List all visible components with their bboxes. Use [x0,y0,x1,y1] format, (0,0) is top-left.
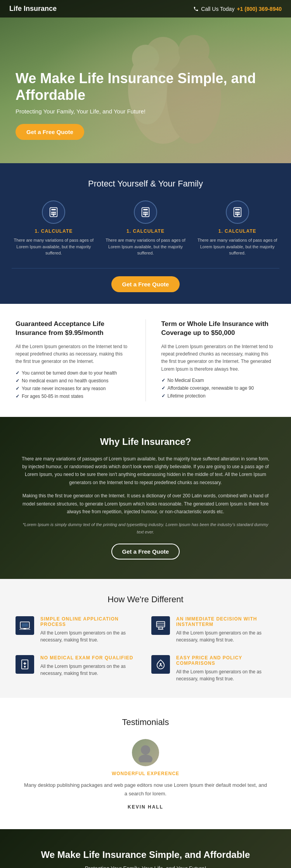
hero-cta-button[interactable]: Get a Free Quote [16,124,84,140]
different-item-4-title: EASY PRICE AND POLICY COMPARISONS [176,655,275,666]
svg-point-38 [141,745,150,755]
protect-section: Protect Yourself & Your Family 1. CALCUL… [0,163,291,304]
protect-cta-button[interactable]: Get a Free Quote [111,276,180,292]
feature-col-2-title: Term or Whole Life Insurance with Covera… [161,319,276,338]
why-body-2: Making this the first true generator on … [19,492,272,516]
different-title: How We're Different [16,594,275,605]
list-item: No Medical Exam [161,378,276,383]
svg-rect-20 [145,214,146,216]
why-cta-button[interactable]: Get a Free Quote [111,544,180,559]
svg-point-37 [160,663,162,665]
svg-rect-16 [143,212,145,213]
calculator-icon-3 [232,207,243,218]
different-item-3: NO MEDICAL EXAM FOR QUALIFIED All the Lo… [16,655,140,682]
different-item-2-text: All the Lorem Ipsum generators on the as… [176,629,275,643]
hero-headline: We Make Life Insurance Simple, and Affor… [16,70,275,103]
call-label: Call Us Today [201,6,234,12]
testimonials-section: Testimonials WONDERFUL EXPERENCE Many de… [0,698,291,829]
protect-divider [12,268,279,268]
protect-card-1-title: 1. CALCULATE [12,228,96,234]
site-header: Life Insurance Call Us Today +1 (800) 36… [0,0,291,17]
list-item: You cannot be turned down due to your he… [16,370,130,376]
different-text-4: EASY PRICE AND POLICY COMPARISONS All th… [176,655,275,682]
hero-content: We Make Life Insurance Simple, and Affor… [16,70,275,140]
svg-point-39 [139,755,152,762]
site-logo: Life Insurance [9,5,57,13]
list-item: Lifetime protection [161,393,276,399]
testimonial-name: KEVIN HALL [23,804,268,810]
protect-card-2-text: There are many variations of pass ages o… [104,237,188,256]
list-item: No medical exam and no health questions [16,378,130,383]
calculator-icon-2 [140,207,151,218]
features-section: Guaranteed Acceptance Life Insurance fro… [0,304,291,417]
svg-rect-29 [238,214,240,215]
svg-point-4 [178,35,210,66]
protect-card-2-title: 1. CALCULATE [104,228,188,234]
protect-icon-1 [42,200,65,224]
protect-icon-2 [134,200,157,224]
footer-cta-subheadline: Protecting Your Family, Your Life, and Y… [23,865,268,868]
svg-rect-11 [51,214,53,215]
phone-icon [193,6,199,12]
svg-rect-25 [237,212,238,213]
different-item-4: EASY PRICE AND POLICY COMPARISONS All th… [151,655,275,682]
testimonial-text: Many desktop publishing packages and web… [23,781,268,798]
different-item-3-title: NO MEDICAL EXAM FOR QUALIFIED [40,655,140,661]
different-item-1: SIMPLE ONLINE APPLICATION PROCESS All th… [16,616,140,643]
laptop-icon-container [16,616,34,635]
protect-card-3-text: There are many variations of pass ages o… [195,237,279,256]
svg-rect-15 [143,209,148,211]
protect-cards: 1. CALCULATE There are many variations o… [12,200,279,256]
lightning-icon-container [151,616,170,635]
medical-icon-container [16,655,34,674]
list-item: Your rate never increases for any reason [16,386,130,391]
testimonial-tag: WONDERFUL EXPERENCE [23,771,268,776]
different-item-1-title: SIMPLE ONLINE APPLICATION PROCESS [40,616,140,627]
svg-point-5 [132,45,159,72]
list-item: For ages 50-85 in most states [16,394,130,399]
calculator-icon-1 [48,207,59,218]
svg-rect-18 [146,212,148,213]
different-text-2: AN IMMEDIATE DECISION WITH INSTANTTERM A… [176,616,275,643]
feature-col-2-body: All the Lorem Ipsum generators on the In… [161,343,276,373]
protect-card-1: 1. CALCULATE There are many variations o… [12,200,96,256]
svg-rect-12 [53,214,55,216]
svg-rect-24 [235,212,237,213]
different-item-3-text: All the Lorem Ipsum generators on the as… [40,663,140,677]
lightning-icon [155,620,166,631]
different-text-3: NO MEDICAL EXAM FOR QUALIFIED All the Lo… [40,655,140,677]
svg-rect-8 [51,212,53,213]
feature-col-1-title: Guaranteed Acceptance Life Insurance fro… [16,319,130,338]
protect-icon-3 [226,200,249,224]
protect-card-3-title: 1. CALCULATE [195,228,279,234]
testimonial-avatar [132,739,159,766]
footer-cta-section: We Make Life Insurance Simple, and Affor… [0,829,291,868]
protect-card-1-text: There are many variations of pass ages o… [12,237,96,256]
different-item-4-text: All the Lorem Ipsum generators on the as… [176,668,275,682]
header-phone: Call Us Today +1 (800) 369-8940 [193,6,282,12]
laptop-icon [19,620,30,631]
avatar-icon [136,743,155,762]
different-item-2-title: AN IMMEDIATE DECISION WITH INSTANTTERM [176,616,275,627]
why-footnote: *Lorem Ipsum is simply dummy text of the… [19,521,272,535]
phone-number: +1 (800) 369-8940 [237,6,282,12]
different-section: How We're Different SIMPLE ONLINE APPLIC… [0,579,291,698]
list-item: Affordable coverage, renewable to age 90 [161,385,276,391]
svg-point-36 [24,666,26,668]
why-body-1: There are many variations of passages of… [19,455,272,487]
svg-rect-26 [238,212,240,213]
different-grid: SIMPLE ONLINE APPLICATION PROCESS All th… [16,616,275,682]
feature-col-1: Guaranteed Acceptance Life Insurance fro… [16,319,130,401]
svg-rect-17 [145,212,146,213]
protect-card-3: 1. CALCULATE There are many variations o… [195,200,279,256]
svg-rect-32 [157,621,165,627]
why-section: Why Life Insurance? There are many varia… [0,417,291,579]
feature-divider [146,319,146,401]
feature-col-2: Term or Whole Life Insurance with Covera… [161,319,276,401]
feature-list-2: No Medical Exam Affordable coverage, ren… [161,378,276,399]
svg-rect-31 [22,623,28,627]
why-title: Why Life Insurance? [19,436,272,447]
medical-icon [19,659,30,670]
testimonials-title: Testimonials [23,717,268,727]
svg-rect-13 [55,214,56,215]
